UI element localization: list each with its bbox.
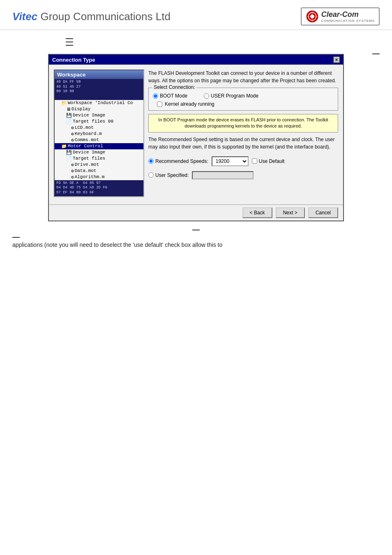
tree-item-device-image-1[interactable]: 💾 Device Image <box>55 112 143 118</box>
speed-select[interactable]: 19200 9600 38400 57600 115200 <box>212 156 249 166</box>
dash-line-3 <box>66 45 73 46</box>
tree-panel: Workspace 48 DA FF 5B 40 51 45 27 00 10 … <box>54 70 144 197</box>
recommended-speed-radio[interactable] <box>148 158 154 164</box>
kernel-checkbox-row: Kernel already running <box>157 101 334 107</box>
tree-item-drive[interactable]: ⚙ Drive.mot <box>55 162 143 168</box>
dash-line-1 <box>66 38 73 39</box>
dialog-close-button[interactable]: × <box>333 56 340 63</box>
info-box: In BOOT Program mode the device erases i… <box>148 114 338 132</box>
bottom-text-content: applications (note you will need to dese… <box>12 242 222 248</box>
next-button[interactable]: Next > <box>276 207 305 218</box>
module-icon-data: ⚙ <box>71 168 74 174</box>
dialog-description: The FLASH Development Toolkit can connec… <box>148 70 338 84</box>
folder-icon-motor: 📁 <box>61 144 67 149</box>
speed-description: The Recommended Speed setting is based o… <box>148 136 338 151</box>
dialog-footer: < Back Next > Cancel <box>49 205 343 221</box>
header-title: Vitec Group Communications Ltd <box>12 10 171 23</box>
dash-area <box>66 38 392 46</box>
files-icon: 📄 <box>66 119 72 124</box>
use-default-text: Use Default <box>259 158 285 164</box>
logo-box: Clear-Com COMMUNICATION SYSTEMS <box>301 7 380 26</box>
boot-mode-option[interactable]: BOOT Mode <box>153 93 187 99</box>
tree-item-algorithm[interactable]: ⚙ Algorithm.m <box>55 174 143 180</box>
device-icon-2: 💾 <box>66 150 72 155</box>
tree-item-data[interactable]: ⚙ Data.mot <box>55 168 143 174</box>
bottom-dash <box>192 230 200 230</box>
top-right-dash <box>372 53 380 54</box>
recommended-speed-radio-label[interactable]: Recommended Speeds: <box>148 158 208 164</box>
dialog-titlebar: Connection Type × <box>49 55 343 65</box>
tree-item-display[interactable]: 🖥 Display <box>55 106 143 112</box>
back-button[interactable]: < Back <box>242 207 272 218</box>
dialog-body: Workspace 48 DA FF 5B 40 51 45 27 00 10 … <box>49 65 343 202</box>
display-icon: 🖥 <box>66 107 71 112</box>
logo-brand: Clear-Com <box>321 10 375 19</box>
use-default-label[interactable]: Use Default <box>252 158 285 164</box>
tree-item-keyboard[interactable]: ⚙ Keyboard.m <box>55 131 143 137</box>
module-icon-comms: ⚙ <box>71 137 74 143</box>
tree-item-workspace[interactable]: 📁 Workspace 'Industrial Co <box>55 100 143 106</box>
recommended-speeds-label: Recommended Speeds: <box>155 158 208 164</box>
tree-header: Workspace <box>55 70 143 79</box>
tree-item-lcd[interactable]: ⚙ LCD.mot <box>55 125 143 131</box>
header-logo: Clear-Com COMMUNICATION SYSTEMS <box>301 7 380 26</box>
logo-sub: COMMUNICATION SYSTEMS <box>321 19 375 23</box>
speed-row: Recommended Speeds: 19200 9600 38400 576… <box>148 156 338 166</box>
dialog-right-panel: The FLASH Development Toolkit can connec… <box>148 70 338 197</box>
dash-line-2 <box>66 42 73 42</box>
module-icon-lcd: ⚙ <box>71 125 74 130</box>
files-icon-2: 📄 <box>66 156 72 161</box>
bottom-text: applications (note you will need to dese… <box>0 240 392 249</box>
connection-type-dialog: Connection Type × Workspace 48 DA FF 5B … <box>48 54 344 221</box>
select-connection-legend: Select Connection: <box>152 84 197 90</box>
user-specified-row: User Specified: <box>148 171 338 179</box>
tree-hex: 48 DA FF 5B 40 51 45 27 00 10 00 <box>55 79 143 100</box>
use-default-checkbox[interactable] <box>252 158 257 164</box>
user-specified-radio[interactable] <box>148 172 154 178</box>
user-specified-radio-label[interactable]: User Specified: <box>148 172 189 178</box>
tree-item-motor-control[interactable]: 📁 Motor Control <box>55 143 143 149</box>
bottom-dash2 <box>12 237 20 238</box>
clearcom-icon <box>306 10 319 23</box>
module-icon-drive: ⚙ <box>71 162 74 167</box>
device-icon: 💾 <box>66 113 72 118</box>
module-icon-keyboard: ⚙ <box>71 131 74 137</box>
kernel-label: Kernel already running <box>165 101 214 107</box>
tree-item-device-image-2[interactable]: 💾 Device Image <box>55 149 143 156</box>
boot-mode-radio[interactable] <box>153 93 158 99</box>
user-program-option[interactable]: USER Program Mode <box>204 93 258 99</box>
user-program-radio[interactable] <box>204 93 209 99</box>
user-program-label: USER Program Mode <box>211 93 258 99</box>
tree-item-target-files-1[interactable]: 📄 Target files 00 <box>55 118 143 125</box>
module-icon-algorithm: ⚙ <box>71 174 74 180</box>
radio-row: BOOT Mode USER Program Mode <box>153 93 334 99</box>
header: Vitec Group Communications Ltd Clear-Com… <box>0 0 392 30</box>
cancel-button[interactable]: Cancel <box>308 207 338 218</box>
kernel-checkbox[interactable] <box>157 102 162 107</box>
dialog-title: Connection Type <box>52 57 95 63</box>
folder-icon: 📁 <box>61 100 67 106</box>
rest-label: Group Communications Ltd <box>37 10 171 23</box>
vitec-label: Vitec <box>12 10 37 23</box>
tree-hex-bottom: FD 9A DE A 64 85 97 04 D4 4D 75 54 AD 2D… <box>55 180 143 196</box>
user-specified-input[interactable] <box>192 171 254 179</box>
dialog-overlay: Connection Type × Workspace 48 DA FF 5B … <box>48 54 344 221</box>
select-connection-group: Select Connection: BOOT Mode USER Progra… <box>148 88 338 111</box>
tree-item-target-files-2[interactable]: 📄 Target files <box>55 156 143 162</box>
user-specified-label: User Specified: <box>155 172 189 178</box>
boot-mode-label: BOOT Mode <box>160 93 187 99</box>
tree-item-comms[interactable]: ⚙ Comms.mot <box>55 137 143 143</box>
